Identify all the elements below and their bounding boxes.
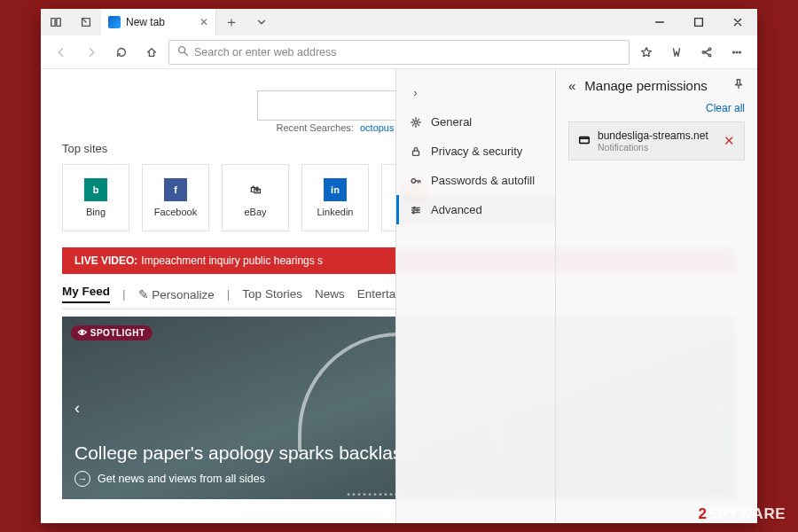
close-window-button[interactable] [718,9,757,35]
back-button[interactable] [48,39,74,66]
permission-type: Notifications [598,142,708,153]
feed-tab-myfeed[interactable]: My Feed [62,285,110,303]
forward-button[interactable] [78,39,105,66]
hero-headline: College paper's apology sparks backlash [74,442,412,464]
feed-tab-topstories[interactable]: Top Stories [242,287,302,301]
site-icon [578,134,591,149]
permission-entry[interactable]: bundesliga-streams.net Notifications ✕ [568,121,745,160]
linkedin-icon: in [324,178,347,201]
permission-site: bundesliga-streams.net [598,129,708,142]
svg-point-11 [414,121,418,124]
permissions-back-icon[interactable]: « [568,78,575,93]
spotlight-badge: 👁 SPOTLIGHT [71,325,153,340]
new-tab-button[interactable]: ＋ [216,9,246,35]
remove-permission-icon[interactable]: ✕ [724,133,735,149]
maximize-button[interactable] [679,9,718,35]
hero-prev-icon[interactable]: ‹ [66,396,89,419]
favorites-button[interactable] [633,39,660,66]
settings-item-passwords[interactable]: Passwords & autofill [396,166,555,195]
search-icon [176,44,189,59]
share-button[interactable] [693,39,720,66]
svg-rect-1 [57,19,60,27]
permissions-panel: « Manage permissions Clear all bundeslig… [555,69,757,523]
clear-all-link[interactable]: Clear all [568,102,745,114]
chevron-right-icon: › [409,86,422,99]
svg-point-10 [739,51,741,53]
titlebar: New tab ✕ ＋ [41,9,757,35]
svg-point-15 [416,208,418,210]
browser-window: New tab ✕ ＋ Search or enter web address [41,9,757,523]
svg-point-7 [708,54,711,57]
more-button[interactable] [724,39,750,66]
minimize-button[interactable] [640,9,679,35]
top-site-tile[interactable]: fFacebook [142,164,209,231]
gear-icon [409,115,422,129]
permissions-title: Manage permissions [584,78,707,93]
svg-rect-0 [51,19,55,27]
reading-list-button[interactable] [663,39,690,66]
settings-panel: › General Privacy & security Passwords &… [395,69,555,523]
svg-rect-12 [412,151,419,155]
address-bar[interactable]: Search or enter web address [168,40,630,65]
svg-point-8 [733,51,735,53]
ebay-icon: 🛍 [244,178,267,201]
tabs-aside-icon[interactable] [41,16,71,28]
sliders-icon [409,203,422,216]
close-tab-icon[interactable]: ✕ [200,16,208,28]
svg-point-6 [702,51,705,53]
home-button[interactable] [138,39,165,66]
svg-point-16 [412,211,414,213]
tab-new[interactable]: New tab ✕ [101,9,216,35]
feed-personalize[interactable]: ✎ Personalize [138,287,215,301]
settings-item-advanced[interactable]: Advanced [396,195,555,224]
feed-tab-news[interactable]: News [315,287,345,301]
svg-point-9 [736,51,738,53]
key-icon [409,174,422,187]
settings-back[interactable]: › [396,78,555,107]
pin-icon[interactable] [732,78,745,93]
svg-point-14 [413,207,415,208]
settings-item-privacy[interactable]: Privacy & security [396,137,555,166]
set-aside-icon[interactable] [71,16,101,28]
top-site-tile[interactable]: 🛍eBay [222,164,289,231]
watermark: 2SPYWARE [699,505,786,523]
edge-icon [108,16,121,28]
top-site-tile[interactable]: bBing [62,164,129,231]
lock-icon [409,145,422,158]
facebook-icon: f [164,178,187,201]
tab-dropdown-icon[interactable] [246,9,277,35]
settings-item-general[interactable]: General [396,107,555,137]
content-area: Recent Searches: octopus ransom... faceb… [41,69,757,523]
svg-point-5 [708,48,711,51]
tab-title: New tab [126,16,165,28]
arrow-right-icon: → [74,471,90,487]
svg-point-4 [179,47,185,53]
bing-icon: b [84,178,107,201]
hero-sub[interactable]: →Get news and views from all sides [74,471,265,487]
svg-rect-3 [695,19,703,27]
refresh-button[interactable] [108,39,135,66]
navbar: Search or enter web address [41,35,757,69]
top-site-tile[interactable]: inLinkedin [301,164,369,231]
address-placeholder: Search or enter web address [194,46,337,59]
